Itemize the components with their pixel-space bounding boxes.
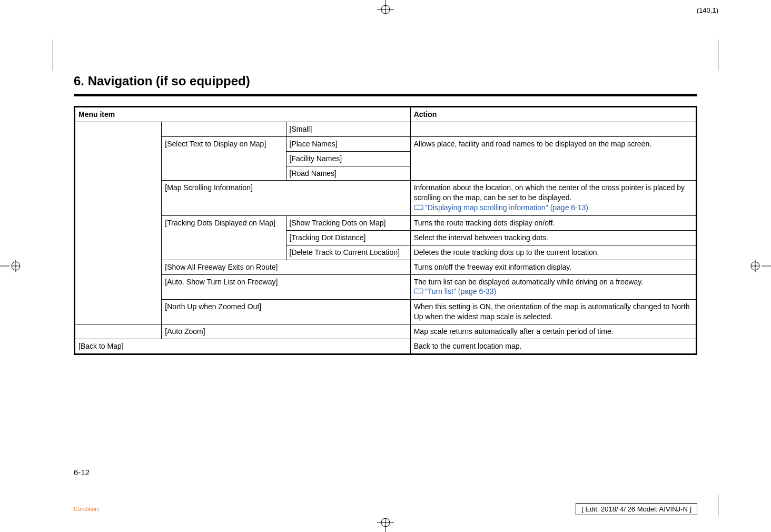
cell-auto-zoom: [Auto Zoom] (162, 324, 410, 339)
trim-tick-top-right-icon (717, 40, 718, 71)
crop-mark-right-icon (739, 255, 771, 277)
cell-select-text-action: Allows place, facility and road names to… (410, 136, 696, 181)
cell-auto-turn-list: [Auto. Show Turn List on Freeway] (162, 274, 410, 300)
cell-map-scrolling-action: Information about the location, on which… (410, 181, 696, 216)
page-number: 6-12 (74, 468, 90, 477)
cell-road-names: [Road Names] (286, 166, 410, 181)
table-row: [Tracking Dots Displayed on Map] [Show T… (75, 215, 697, 230)
cell-map-scrolling: [Map Scrolling Information] (162, 181, 410, 216)
crop-mark-top-icon (370, 0, 401, 16)
cell-freeway-exits-action: Turns on/off the freeway exit informatio… (410, 260, 696, 274)
header-action: Action (410, 107, 696, 122)
header-menu-item: Menu item (75, 107, 411, 122)
cell-tracking-distance-action: Select the interval between tracking dot… (410, 230, 696, 245)
cell-show-tracking-action: Turns the route tracking dots display on… (410, 215, 696, 230)
crop-mark-left-icon (0, 255, 32, 277)
table-row: [North Up when Zoomed Out] When this set… (75, 300, 697, 324)
cell-back-to-map: [Back to Map] (75, 339, 411, 354)
action-text: The turn list can be displayed automatic… (414, 278, 644, 286)
xref-link[interactable]: "Turn list" (page 6-33) (425, 287, 496, 295)
trim-tick-bottom-right-icon (717, 495, 718, 516)
crop-mark-bottom-icon (370, 516, 401, 532)
section-rule (74, 94, 697, 96)
cell-place-names: [Place Names] (286, 136, 410, 151)
cell-empty (75, 324, 162, 339)
cell-select-text: [Select Text to Display on Map] (162, 136, 286, 181)
page-content: 6. Navigation (if so equipped) Menu item… (74, 74, 697, 355)
book-xref-icon (414, 287, 423, 297)
table-row: [Small] (75, 122, 697, 136)
cell-empty (410, 122, 696, 136)
action-text: Information about the location, on which… (414, 183, 685, 202)
table-row: [Map Scrolling Information] Information … (75, 181, 697, 216)
cell-tracking-distance: [Tracking Dot Distance] (286, 230, 410, 245)
cell-auto-turn-list-action: The turn list can be displayed automatic… (410, 274, 696, 300)
cell-show-tracking: [Show Tracking Dots on Map] (286, 215, 410, 230)
cell-freeway-exits: [Show All Freeway Exits on Route] (162, 260, 410, 274)
cell-tracking-dots: [Tracking Dots Displayed on Map] (162, 215, 286, 260)
section-heading: 6. Navigation (if so equipped) (74, 74, 697, 88)
cell-small: [Small] (286, 122, 410, 136)
trim-tick-top-left-icon (53, 40, 54, 71)
cell-delete-track-action: Deletes the route tracking dots up to th… (410, 245, 696, 260)
table-row: [Show All Freeway Exits on Route] Turns … (75, 260, 697, 274)
cell-empty (162, 122, 286, 136)
book-xref-icon (414, 203, 423, 213)
table-row: [Select Text to Display on Map] [Place N… (75, 136, 697, 151)
table-row: [Auto Zoom] Map scale returns automatica… (75, 324, 697, 339)
cell-auto-zoom-action: Map scale returns automatically after a … (410, 324, 696, 339)
cell-north-up-action: When this setting is ON, the orientation… (410, 300, 696, 324)
menu-action-table: Menu item Action [Small] [Select Text to… (74, 106, 697, 355)
cell-empty (75, 122, 162, 324)
edit-info-box: [ Edit: 2018/ 4/ 26 Model: AIVINJ-N ] (576, 503, 697, 515)
table-header-row: Menu item Action (75, 107, 697, 122)
table-row: [Auto. Show Turn List on Freeway] The tu… (75, 274, 697, 300)
cell-facility-names: [Facility Names] (286, 151, 410, 166)
page-coordinate: (140,1) (697, 6, 718, 14)
xref-link[interactable]: "Displaying map scrolling information" (… (425, 203, 588, 212)
cell-delete-track: [Delete Track to Current Location] (286, 245, 410, 260)
table-row: [Back to Map] Back to the current locati… (75, 339, 697, 354)
cell-back-to-map-action: Back to the current location map. (410, 339, 696, 354)
cell-north-up: [North Up when Zoomed Out] (162, 300, 410, 324)
condition-label: Condition: (74, 506, 100, 512)
